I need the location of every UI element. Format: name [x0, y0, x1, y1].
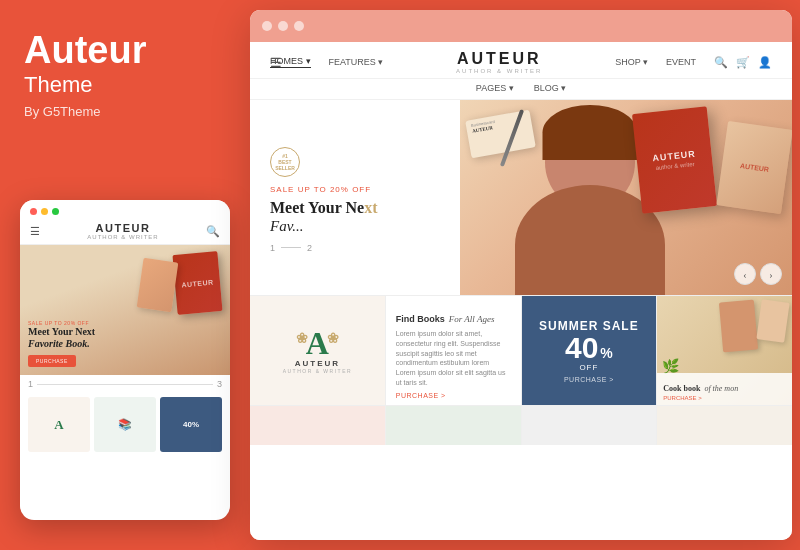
desktop-content: ☰ HOMES ▾ FEATURES ▾ AUTEUR AUTHOR & WRI…	[250, 42, 792, 540]
mobile-book-card-3: 40%	[160, 397, 222, 452]
auteur-big-letter: A ❀ ❀	[306, 327, 329, 359]
mobile-dot-yellow	[41, 208, 48, 215]
cookbook-link[interactable]: PURCHASE >	[663, 395, 786, 401]
desktop-logo-center: AUTEUR AUTHOR & WRITER	[401, 50, 597, 74]
desktop-nav-item-shop[interactable]: SHOP ▾	[615, 57, 648, 67]
card-books: Find Books For All Ages Lorem ipsum dolo…	[386, 296, 522, 405]
desktop-nav-pages[interactable]: PAGES ▾	[476, 83, 514, 93]
mobile-pagination-line	[37, 384, 213, 385]
hero-pagination: 1 2	[270, 243, 440, 253]
cookbook-book1	[719, 300, 758, 353]
mobile-search-icon[interactable]: 🔍	[206, 225, 220, 238]
card-cookbook-label: Cook book of the mon PURCHASE >	[657, 373, 792, 405]
mobile-purchase-button[interactable]: PURCHASE	[28, 355, 76, 367]
cookbook-book2	[756, 299, 789, 343]
user-icon[interactable]: 👤	[758, 56, 772, 69]
bottom-strip	[250, 405, 792, 445]
brand-title: Auteur	[24, 30, 224, 72]
desktop-dot-1	[262, 21, 272, 31]
desktop-titlebar	[250, 10, 792, 42]
card-auteur: A ❀ ❀ AUTEUR AUTHOR & WRITER	[250, 296, 386, 405]
mobile-dot-red	[30, 208, 37, 215]
brand-by: By G5Theme	[24, 104, 224, 119]
hero-title: Meet Your Next	[270, 198, 440, 217]
desktop-mockup: ☰ HOMES ▾ FEATURES ▾ AUTEUR AUTHOR & WRI…	[250, 10, 792, 540]
search-icon[interactable]: 🔍	[714, 56, 728, 69]
hero-next-arrow[interactable]: ›	[760, 263, 782, 285]
hero-subtitle: Fav...	[270, 218, 440, 235]
mobile-logo: AUTEUR AUTHOR & WRITER	[87, 223, 158, 240]
hero-float-book1: AUTEUR author & writer	[632, 106, 717, 213]
card-books-header: Find Books For All Ages	[396, 308, 511, 326]
desktop-dot-3	[294, 21, 304, 31]
card-sale-percent: 40 %	[565, 333, 613, 363]
cards-section: A ❀ ❀ AUTEUR AUTHOR & WRITER Find Books …	[250, 295, 792, 405]
bottom-card-1	[250, 406, 386, 445]
desktop-nav-item-event[interactable]: EVENT	[666, 57, 696, 67]
card-sale: SUMMER SALE 40 % OFF PURCHASE >	[522, 296, 658, 405]
desktop-nav-blog[interactable]: BLOG ▾	[534, 83, 567, 93]
desktop-hamburger[interactable]: ☰	[270, 55, 282, 70]
bottom-card-4	[657, 406, 792, 445]
mobile-hero-content: SALE UP TO 20% OFF Meet Your Next Favori…	[28, 320, 160, 367]
mobile-hero: AUTEUR SALE UP TO 20% OFF Meet Your Next…	[20, 245, 230, 375]
mobile-book-card-1: A	[28, 397, 90, 452]
mobile-hamburger-icon[interactable]: ☰	[30, 225, 40, 238]
desktop-dot-2	[278, 21, 288, 31]
card-books-link[interactable]: PURCHASE >	[396, 392, 511, 399]
card-cookbook-books	[721, 301, 787, 351]
mobile-nav: ☰ AUTEUR AUTHOR & WRITER 🔍	[20, 221, 230, 245]
card-auteur-logo-area: A ❀ ❀ AUTEUR AUTHOR & WRITER	[283, 327, 352, 374]
hero-float-book2: AUTEUR	[716, 121, 792, 214]
hero-award: #1BESTSELLER	[270, 147, 440, 177]
cookbook-title-text: Cook book of the mon	[663, 377, 786, 395]
hero-prev-arrow[interactable]: ‹	[734, 263, 756, 285]
mobile-pagination: 1 3	[20, 375, 230, 393]
desktop-nav-top: ☰ HOMES ▾ FEATURES ▾ AUTEUR AUTHOR & WRI…	[250, 42, 792, 79]
hero-pagination-line	[281, 247, 301, 248]
mobile-mockup: ☰ AUTEUR AUTHOR & WRITER 🔍 AUTEUR SALE U…	[20, 200, 230, 520]
card-sale-link[interactable]: PURCHASE >	[564, 376, 614, 383]
mobile-books-section: A 📚 40%	[20, 393, 230, 456]
hero-image: Businesscard AUTEUR AUTEUR author & writ…	[460, 100, 792, 295]
desktop-nav-item-features[interactable]: FEATURES ▾	[329, 57, 384, 67]
mobile-dot-green	[52, 208, 59, 215]
desktop-hero: #1BESTSELLER SALE UP TO 20% OFF Meet You…	[250, 100, 792, 295]
hero-left: #1BESTSELLER SALE UP TO 20% OFF Meet You…	[250, 100, 460, 295]
left-panel: Auteur Theme By G5Theme ☰ AUTEUR AUTHOR …	[0, 0, 248, 550]
award-circle: #1BESTSELLER	[270, 147, 300, 177]
card-cookbook: 🌿 Cook book of the mon PURCHASE >	[657, 296, 792, 405]
mobile-titlebar	[20, 200, 230, 221]
desktop-nav-icons: 🔍 🛒 👤	[714, 56, 772, 69]
mobile-hero-book2	[137, 258, 179, 312]
brand-subtitle: Theme	[24, 72, 224, 98]
mobile-book-card-2: 📚	[94, 397, 156, 452]
bottom-card-3	[522, 406, 658, 445]
hero-person-hair	[543, 105, 638, 160]
cart-icon[interactable]: 🛒	[736, 56, 750, 69]
mobile-hero-book: AUTEUR	[172, 251, 222, 315]
hero-sale-text: SALE UP TO 20% OFF	[270, 185, 440, 194]
bottom-card-2	[386, 406, 522, 445]
desktop-nav-bottom: PAGES ▾ BLOG ▾	[250, 79, 792, 100]
hero-nav-arrows: ‹ ›	[734, 263, 782, 285]
